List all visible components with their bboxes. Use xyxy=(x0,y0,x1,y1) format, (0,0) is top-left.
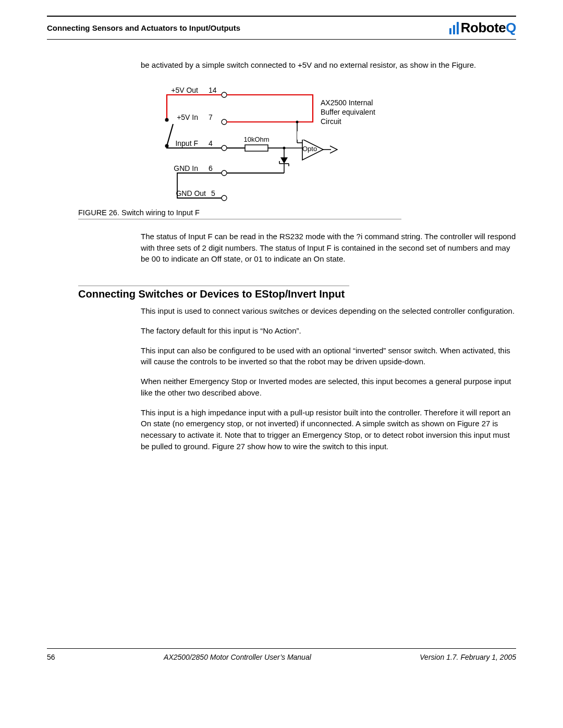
svg-point-14 xyxy=(222,195,227,201)
roboteq-logo: RoboteQ xyxy=(449,20,516,36)
section-heading: Connecting Switches or Devices to EStop/… xyxy=(78,288,516,300)
footer-manual-title: AX2500/2850 Motor Controller User’s Manu… xyxy=(55,653,420,661)
page: Connecting Sensors and Actuators to Inpu… xyxy=(0,0,563,677)
figure-caption: FIGURE 26. Switch wiring to Input F xyxy=(78,208,516,217)
svg-point-13 xyxy=(222,170,227,176)
intro-paragraph-block: be activated by a simple switch connecte… xyxy=(141,59,516,71)
blank-space xyxy=(47,465,516,642)
svg-text:+5V In: +5V In xyxy=(177,113,198,121)
circuit-diagram-icon: +5V Out 14 +5V In 7 Input F 4 GND In 6 G… xyxy=(146,79,417,204)
svg-text:GND Out: GND Out xyxy=(176,189,206,198)
status-paragraph: The status of Input F can be read in the… xyxy=(141,231,516,265)
section-body: This input is used to connect various sw… xyxy=(141,305,516,452)
svg-marker-24 xyxy=(280,157,288,164)
footer: 56 AX2500/2850 Motor Controller User’s M… xyxy=(47,649,516,661)
svg-text:5: 5 xyxy=(211,189,215,198)
section-p3: This input can also be configured to be … xyxy=(141,345,516,368)
svg-rect-19 xyxy=(245,145,268,151)
svg-text:Buffer equivalent: Buffer equivalent xyxy=(321,108,375,116)
figure-rule xyxy=(78,219,401,219)
logo-bars-icon xyxy=(449,22,459,34)
footer-page-number: 56 xyxy=(47,653,55,661)
svg-text:+5V Out: +5V Out xyxy=(171,86,198,94)
section-rule xyxy=(78,286,349,286)
svg-text:AX2500 Internal: AX2500 Internal xyxy=(321,98,373,107)
svg-point-15 xyxy=(165,118,169,121)
svg-text:6: 6 xyxy=(209,164,213,172)
logo-text: RoboteQ xyxy=(461,20,516,36)
intro-paragraph: be activated by a simple switch connecte… xyxy=(141,59,516,71)
svg-text:GND In: GND In xyxy=(174,164,198,172)
header-bar: Connecting Sensors and Actuators to Inpu… xyxy=(47,20,516,40)
svg-line-16 xyxy=(167,124,173,146)
header-title: Connecting Sensors and Actuators to Inpu… xyxy=(47,23,240,32)
svg-text:14: 14 xyxy=(209,86,217,94)
svg-point-10 xyxy=(222,92,227,97)
svg-text:Circuit: Circuit xyxy=(321,117,341,126)
figure-26: +5V Out 14 +5V In 7 Input F 4 GND In 6 G… xyxy=(47,79,516,204)
section-heading-row: Connecting Switches or Devices to EStop/… xyxy=(47,286,516,300)
section-p1: This input is used to connect various sw… xyxy=(141,305,516,317)
svg-point-33 xyxy=(296,120,299,123)
section-p4: When neither Emergency Stop or Inverted … xyxy=(141,376,516,399)
figure-caption-row: FIGURE 26. Switch wiring to Input F xyxy=(47,208,516,217)
svg-point-12 xyxy=(222,145,227,151)
svg-point-11 xyxy=(222,119,227,125)
svg-text:7: 7 xyxy=(209,113,213,121)
section-p5: This input is a high impedance input wit… xyxy=(141,407,516,452)
status-paragraph-block: The status of Input F can be read in the… xyxy=(141,231,516,265)
section-p2: The factory default for this input is “N… xyxy=(141,325,516,337)
svg-rect-35 xyxy=(297,131,323,140)
svg-text:Opto: Opto xyxy=(302,145,317,153)
footer-version: Version 1.7. February 1, 2005 xyxy=(420,653,516,661)
svg-text:10kOhm: 10kOhm xyxy=(243,135,269,143)
top-rule xyxy=(47,16,516,17)
svg-text:4: 4 xyxy=(209,139,213,147)
svg-text:Input F: Input F xyxy=(175,139,198,147)
